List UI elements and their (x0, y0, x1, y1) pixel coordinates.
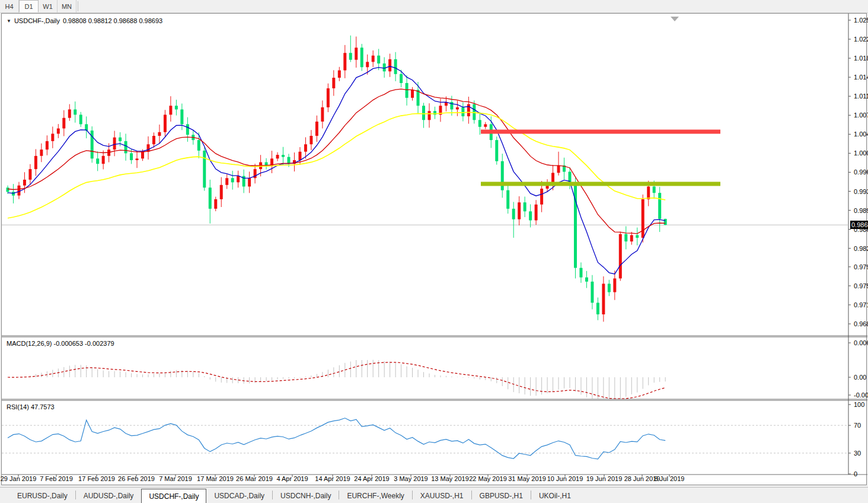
chart-window[interactable]: ▼ USDCHF-,Daily 0.98808 0.98812 0.98688 … (1, 13, 867, 485)
candle-body (231, 178, 234, 182)
candle-body (74, 109, 76, 114)
candle-body (96, 158, 99, 164)
candle-body (197, 140, 200, 151)
date-axis-label: 13 May 2019 (431, 475, 469, 482)
date-axis-label: 29 Jan 2019 (1, 475, 37, 482)
candle-body (276, 155, 279, 158)
candle-body (518, 202, 521, 219)
current-price-tag: 0.98693 (850, 221, 868, 229)
chart-tab-bar: EURUSD-,DailyAUDUSD-,DailyUSDCHF-,DailyU… (0, 487, 868, 503)
price-axis-label: 1.02570 (854, 17, 868, 24)
candle-body (327, 88, 330, 107)
ma-slow-line (8, 112, 665, 218)
candle-body (158, 132, 161, 136)
candle-body (203, 151, 206, 187)
candle-body (265, 163, 268, 165)
macd-label: MACD(12,26,9) -0.000653 -0.002379 (7, 340, 114, 347)
candle-body (613, 278, 616, 292)
candle-body (495, 140, 498, 161)
chart-canvas[interactable] (2, 14, 867, 486)
autoscroll-marker-icon[interactable] (671, 17, 679, 21)
ma-fast-line (8, 66, 665, 274)
candle-body (596, 303, 599, 314)
candle-body (428, 111, 431, 120)
price-axis-label: 0.98250 (854, 245, 868, 252)
candle-body (658, 193, 661, 219)
date-axis-label: 19 Jun 2019 (586, 475, 623, 482)
chart-tab-gbpusd-h1[interactable]: GBPUSD-,H1 (472, 489, 531, 503)
candle-body (506, 190, 509, 209)
chart-tab-xauusd-h1[interactable]: XAUUSD-,H1 (413, 489, 471, 503)
date-axis-label: 26 Feb 2019 (118, 475, 155, 482)
rsi-axis-label: 100 (854, 401, 864, 408)
candle-body (23, 180, 26, 186)
date-axis-label: 3 May 2019 (394, 475, 427, 482)
candle-body (141, 152, 144, 159)
candle-body (57, 129, 60, 134)
rsi-axis-label: 0 (854, 470, 857, 477)
candle-body (400, 74, 403, 83)
candle-body (338, 71, 341, 78)
candle-body (366, 62, 369, 67)
candle-body (636, 235, 639, 237)
candle-body (664, 219, 667, 225)
candle-body (113, 138, 116, 149)
price-axis-label: 0.99330 (854, 188, 868, 195)
candle-body (557, 165, 560, 173)
chart-tab-usdcad-daily[interactable]: USDCAD-,Daily (206, 489, 272, 503)
candle-body (529, 211, 532, 220)
price-axis-label: 0.98970 (854, 207, 868, 214)
candle-body (585, 278, 588, 282)
candle-body (321, 107, 324, 122)
symbol-dropdown-icon[interactable]: ▼ (7, 18, 11, 24)
price-axis-label: 1.02210 (854, 36, 868, 43)
candle-body (164, 114, 167, 132)
price-axis-label: 1.01490 (854, 74, 868, 81)
date-axis-label: 31 May 2019 (508, 475, 546, 482)
candle-body (647, 186, 650, 199)
candle-body (298, 152, 301, 160)
candle-body (119, 138, 122, 141)
macd-axis-label: 0.00 (854, 374, 866, 381)
candle-body (79, 114, 82, 124)
candle-body (467, 104, 470, 116)
timeframe-button-w1[interactable]: W1 (39, 0, 58, 12)
date-axis-label: 17 Mar 2019 (197, 475, 234, 482)
candle-body (524, 202, 526, 211)
date-axis-label: 4 Apr 2019 (276, 475, 308, 482)
chart-tab-usdcnh-daily[interactable]: USDCNH-,Daily (273, 489, 339, 503)
candle-body (608, 284, 611, 292)
macd-signal-line (8, 362, 665, 399)
candle-body (17, 186, 20, 196)
candle-body (540, 189, 543, 205)
chart-tab-usdchf-daily[interactable]: USDCHF-,Daily (141, 489, 206, 503)
candle-body (512, 209, 515, 219)
candle-body (422, 106, 425, 120)
chart-tab-audusd-daily[interactable]: AUDUSD-,Daily (76, 489, 142, 503)
chart-tab-eurchf-weekly[interactable]: EURCHF-,Weekly (339, 489, 411, 503)
macd-axis-label: -0.007612 (854, 391, 868, 399)
chart-tab-ukoil-h1[interactable]: UKOil-,H1 (531, 489, 579, 503)
candle-body (315, 122, 318, 136)
candle-body (28, 169, 31, 180)
candle-body (125, 141, 127, 153)
candle-body (383, 63, 386, 71)
candle-body (186, 124, 189, 135)
price-axis-label: 1.00410 (854, 130, 868, 138)
timeframe-button-h4[interactable]: H4 (0, 0, 19, 12)
candle-body (237, 176, 240, 183)
candle-body (130, 153, 133, 160)
price-axis-label: 0.96820 (854, 320, 868, 327)
candle-body (136, 158, 139, 160)
candle-body (304, 144, 307, 151)
candle-body (152, 136, 155, 144)
date-axis-label: 24 Apr 2019 (354, 475, 389, 482)
candle-body (68, 109, 71, 117)
timeframe-button-mn[interactable]: MN (58, 0, 76, 12)
chart-tab-eurusd-daily[interactable]: EURUSD-,Daily (9, 489, 75, 503)
date-axis-label: 17 Feb 2019 (78, 475, 115, 482)
timeframe-button-d1[interactable]: D1 (19, 0, 39, 12)
candle-body (478, 120, 481, 127)
candle-body (288, 157, 291, 164)
timeframe-toolbar: H4 D1 W1 MN (0, 0, 868, 13)
